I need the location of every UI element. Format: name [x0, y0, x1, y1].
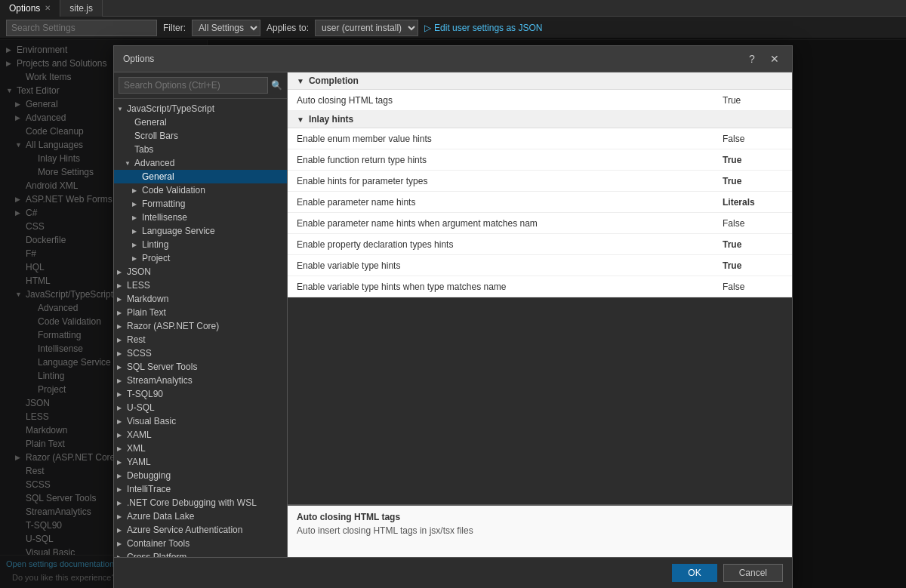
tree-item-32[interactable]: ▶Container Tools — [114, 537, 287, 550]
settings-row-1-7[interactable]: Enable variable type hints when type mat… — [288, 276, 792, 297]
applies-to-select[interactable]: user (current install) — [315, 20, 418, 36]
modal-content: 🔍 ▼JavaScript/TypeScriptGeneralScroll Ba… — [114, 72, 792, 557]
tree-item-23[interactable]: ▶Visual Basic — [114, 414, 287, 428]
tree-arrow-icon: ▶ — [117, 540, 125, 547]
tree-item-21[interactable]: ▶T-SQL90 — [114, 387, 287, 401]
tree-item-27[interactable]: ▶Debugging — [114, 469, 287, 482]
tree-arrow-icon: ▶ — [117, 337, 125, 343]
tree-item-24[interactable]: ▶XAML — [114, 428, 287, 442]
tree-item-25[interactable]: ▶XML — [114, 442, 287, 455]
tree-item-30[interactable]: ▶Azure Data Lake — [114, 509, 287, 523]
settings-row-1-6[interactable]: Enable variable type hintsTrue — [288, 255, 792, 276]
tree-item-label: General — [134, 117, 167, 128]
settings-row-1-1[interactable]: Enable function return type hintsTrue — [288, 149, 792, 171]
tree-arrow-icon: ▶ — [117, 269, 125, 276]
ok-button[interactable]: OK — [672, 564, 716, 582]
tree-item-12[interactable]: ▶JSON — [114, 265, 287, 279]
tree-item-28[interactable]: ▶IntelliTrace — [114, 482, 287, 496]
tree-item-6[interactable]: ▶Code Validation — [114, 183, 287, 197]
tree-arrow-icon: ▶ — [117, 418, 125, 425]
modal-help-button[interactable]: ? — [744, 51, 760, 67]
tree-item-label: .NET Core Debugging with WSL — [127, 497, 257, 508]
settings-row-0-0[interactable]: Auto closing HTML tagsTrue — [288, 90, 792, 111]
modal-close-button[interactable]: ✕ — [766, 51, 783, 67]
tree-item-8[interactable]: ▶Intellisense — [114, 211, 287, 224]
tree-item-20[interactable]: ▶StreamAnalytics — [114, 374, 287, 387]
settings-row-label: Enable variable type hints — [297, 260, 723, 271]
tree-item-10[interactable]: ▶Linting — [114, 238, 287, 251]
edit-json-button[interactable]: ▷ Edit user settings as JSON — [424, 23, 542, 33]
tree-item-label: SQL Server Tools — [127, 362, 197, 372]
tree-arrow-icon: ▶ — [117, 377, 125, 384]
tree-item-14[interactable]: ▶Markdown — [114, 292, 287, 306]
settings-row-1-4[interactable]: Enable parameter name hints when argumen… — [288, 213, 792, 234]
tree-item-label: Visual Basic — [127, 416, 176, 426]
tree-arrow-icon: ▶ — [117, 364, 125, 371]
tab-options[interactable]: Options ✕ — [0, 0, 60, 17]
tree-arrow-icon: ▶ — [117, 445, 125, 452]
settings-row-1-5[interactable]: Enable property declaration types hintsT… — [288, 234, 792, 255]
tree-arrow-icon: ▼ — [117, 106, 125, 112]
settings-section-header-1[interactable]: ▼Inlay hints — [288, 111, 792, 128]
search-bar: Filter: All Settings Applies to: user (c… — [0, 17, 906, 40]
settings-row-value: Literals — [723, 197, 783, 208]
tree-item-2[interactable]: Scroll Bars — [114, 129, 287, 143]
applies-to-label: Applies to: — [267, 23, 309, 33]
tab-sitejs[interactable]: site.js — [60, 0, 103, 17]
settings-row-1-0[interactable]: Enable enum member value hintsFalse — [288, 128, 792, 149]
tree-item-22[interactable]: ▶U-SQL — [114, 401, 287, 414]
settings-row-label: Enable parameter name hints when argumen… — [297, 218, 723, 229]
settings-section-header-0[interactable]: ▼Completion — [288, 72, 792, 90]
section-arrow-icon: ▼ — [297, 115, 304, 124]
tree-item-33[interactable]: ▶Cross Platform — [114, 550, 287, 557]
tree-arrow-icon: ▶ — [117, 513, 125, 520]
cancel-button[interactable]: Cancel — [723, 564, 783, 582]
tree-item-label: XAML — [127, 429, 152, 440]
tree-item-17[interactable]: ▶Rest — [114, 333, 287, 346]
tree-item-label: Tabs — [134, 144, 153, 155]
tree-item-7[interactable]: ▶Formatting — [114, 197, 287, 211]
section-title: Completion — [309, 75, 359, 86]
settings-detail-title: Auto closing HTML tags — [297, 512, 783, 522]
tree-item-label: Plain Text — [127, 307, 166, 318]
tree-item-label: XML — [127, 443, 146, 454]
tree-item-26[interactable]: ▶YAML — [114, 455, 287, 469]
tree-item-0[interactable]: ▼JavaScript/TypeScript — [114, 102, 287, 115]
tree-arrow-icon: ▶ — [117, 391, 125, 398]
settings-row-value: True — [723, 176, 783, 186]
edit-json-icon: ▷ — [424, 23, 431, 33]
settings-row-1-2[interactable]: Enable hints for parameter typesTrue — [288, 171, 792, 192]
settings-row-label: Enable hints for parameter types — [297, 176, 723, 186]
tree-arrow-icon: ▶ — [117, 296, 125, 303]
edit-json-label: Edit user settings as JSON — [434, 23, 542, 33]
tree-item-13[interactable]: ▶LESS — [114, 279, 287, 292]
tree-item-18[interactable]: ▶SCSS — [114, 346, 287, 360]
tree-item-16[interactable]: ▶Razor (ASP.NET Core) — [114, 319, 287, 333]
settings-row-value: False — [723, 134, 783, 144]
tree-item-1[interactable]: General — [114, 115, 287, 129]
tree-item-label: Advanced — [134, 158, 174, 168]
tree-item-3[interactable]: Tabs — [114, 143, 287, 156]
tab-options-label: Options — [9, 3, 40, 14]
tree-item-11[interactable]: ▶Project — [114, 251, 287, 265]
tree-item-19[interactable]: ▶SQL Server Tools — [114, 360, 287, 374]
tree-item-5[interactable]: General — [114, 170, 287, 183]
tab-options-close[interactable]: ✕ — [45, 4, 51, 12]
filter-select[interactable]: All Settings — [192, 20, 260, 36]
modal-footer: OK Cancel — [114, 557, 792, 588]
modal-search-input[interactable] — [119, 77, 268, 94]
tree-item-15[interactable]: ▶Plain Text — [114, 306, 287, 319]
tree-arrow-icon: ▶ — [117, 432, 125, 439]
tree-item-4[interactable]: ▼Advanced — [114, 156, 287, 170]
settings-row-value: True — [723, 239, 783, 250]
settings-row-1-3[interactable]: Enable parameter name hintsLiterals — [288, 192, 792, 213]
tree-arrow-icon: ▶ — [117, 405, 125, 411]
tree-arrow-icon: ▶ — [117, 473, 125, 479]
tree-item-29[interactable]: ▶.NET Core Debugging with WSL — [114, 496, 287, 509]
tree-arrow-icon: ▶ — [117, 282, 125, 289]
tree-item-9[interactable]: ▶Language Service — [114, 224, 287, 238]
tree-arrow-icon: ▶ — [117, 527, 125, 534]
search-settings-input[interactable] — [6, 20, 157, 36]
tree-item-31[interactable]: ▶Azure Service Authentication — [114, 523, 287, 537]
tree-arrow-icon: ▶ — [132, 187, 140, 194]
